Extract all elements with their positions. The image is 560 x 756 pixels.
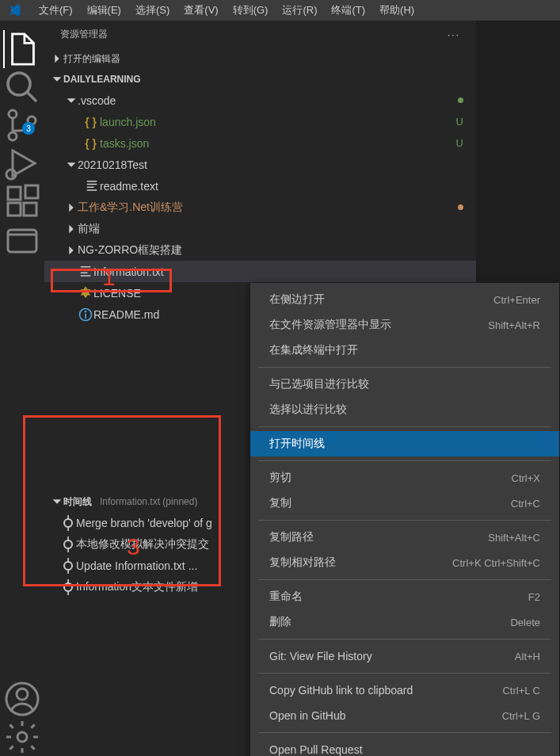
svg-line-1 xyxy=(27,92,36,101)
open-editors-header[interactable]: 打开的编辑器 xyxy=(44,48,476,69)
workspace-header[interactable]: DAILYLEARNING xyxy=(44,69,476,90)
menu-item[interactable]: Git: View File HistoryAlt+H xyxy=(250,643,559,669)
menu-item[interactable]: 选择以进行比较 xyxy=(250,397,559,422)
menu-shortcut: Shift+Alt+R xyxy=(488,319,540,331)
commit-icon xyxy=(60,515,76,531)
menu-shortcut: Ctrl+L C xyxy=(502,685,540,697)
menubar-item[interactable]: 编辑(E) xyxy=(80,1,128,19)
sidebar-title: 资源管理器 xyxy=(60,28,108,41)
file-item[interactable]: readme.text xyxy=(44,175,476,197)
source-control-icon[interactable]: 3 xyxy=(3,106,41,144)
menu-item[interactable]: 在文件资源管理器中显示Shift+Alt+R xyxy=(250,312,559,338)
svg-rect-8 xyxy=(24,203,36,216)
menubar-item[interactable]: 转到(G) xyxy=(226,1,276,19)
folder-item[interactable]: 20210218Test xyxy=(44,154,476,175)
folder-item[interactable]: 前端 xyxy=(44,218,476,239)
chevron-down-icon xyxy=(65,158,78,171)
run-debug-icon[interactable] xyxy=(3,144,41,182)
menu-item[interactable]: 复制Ctrl+C xyxy=(250,491,559,516)
item-label: readme.text xyxy=(100,180,463,193)
svg-rect-7 xyxy=(8,203,21,216)
menu-label: 打开时间线 xyxy=(269,437,540,451)
item-label: 工作&学习.Net训练营 xyxy=(78,200,458,215)
svg-rect-6 xyxy=(8,187,21,200)
menu-shortcut: Ctrl+K Ctrl+Shift+C xyxy=(452,557,540,569)
commit-icon xyxy=(60,558,76,574)
menu-item[interactable]: 打开时间线 xyxy=(250,431,559,456)
menu-item[interactable]: Open in GitHubCtrl+L G xyxy=(250,703,559,728)
menu-shortcut: Ctrl+Enter xyxy=(493,294,540,306)
file-item[interactable]: { }launch.jsonU xyxy=(44,111,476,132)
folder-item[interactable]: NG-ZORRO框架搭建 xyxy=(44,239,476,261)
commit-icon xyxy=(60,536,76,552)
menu-shortcut: Delete xyxy=(510,617,540,628)
menu-item[interactable]: Copy GitHub link to clipboardCtrl+L C xyxy=(250,678,559,703)
project-icon[interactable] xyxy=(3,220,41,258)
menu-shortcut: Shift+Alt+C xyxy=(488,532,540,544)
file-item[interactable]: Information.txt xyxy=(44,261,476,282)
menu-shortcut: Alt+H xyxy=(515,651,540,662)
file-icon: { } xyxy=(84,114,100,130)
menu-item[interactable]: 复制相对路径Ctrl+K Ctrl+Shift+C xyxy=(250,550,559,575)
git-dot xyxy=(458,97,463,103)
menu-item[interactable]: 复制路径Shift+Alt+C xyxy=(250,525,559,550)
menu-item[interactable]: 与已选项目进行比较 xyxy=(250,372,559,397)
svg-point-25 xyxy=(64,562,72,570)
menu-label: 复制相对路径 xyxy=(269,556,452,570)
svg-point-22 xyxy=(64,540,72,548)
timeline-subtitle: Information.txt (pinned) xyxy=(100,496,197,507)
file-icon xyxy=(84,178,100,194)
svg-text:{ }: { } xyxy=(85,116,97,128)
menu-label: 在侧边打开 xyxy=(269,292,493,307)
chevron-right-icon xyxy=(65,201,78,214)
file-icon xyxy=(78,285,93,301)
svg-text:{ }: { } xyxy=(85,138,97,150)
menu-item[interactable]: 剪切Ctrl+X xyxy=(250,465,559,491)
menubar: 文件(F)编辑(E)选择(S)查看(V)转到(G)运行(R)终端(T)帮助(H) xyxy=(0,0,560,21)
menu-label: Open in GitHub xyxy=(269,709,502,722)
svg-point-13 xyxy=(17,732,27,742)
account-icon[interactable] xyxy=(3,680,41,718)
menu-item[interactable]: 删除Delete xyxy=(250,609,559,635)
svg-rect-18 xyxy=(85,313,86,318)
menu-separator xyxy=(258,520,551,521)
menubar-item[interactable]: 查看(V) xyxy=(177,1,225,19)
menu-label: 剪切 xyxy=(269,471,512,485)
menubar-item[interactable]: 文件(F) xyxy=(32,1,80,19)
git-status: U xyxy=(456,116,463,128)
item-label: 20210218Test xyxy=(78,158,463,171)
file-icon: { } xyxy=(84,136,100,151)
settings-gear-icon[interactable] xyxy=(3,718,41,756)
menu-item[interactable]: Open Pull Request xyxy=(250,737,559,756)
svg-point-17 xyxy=(85,311,87,313)
menu-label: 重命名 xyxy=(269,590,528,604)
menu-item[interactable]: 在侧边打开Ctrl+Enter xyxy=(250,287,559,312)
search-icon[interactable] xyxy=(3,68,41,106)
menu-item[interactable]: 重命名F2 xyxy=(250,584,559,609)
svg-rect-10 xyxy=(8,230,36,252)
svg-rect-9 xyxy=(25,185,38,198)
file-icon xyxy=(78,307,93,323)
menu-shortcut: Ctrl+X xyxy=(512,472,540,484)
svg-point-3 xyxy=(9,132,17,140)
sidebar-more-icon[interactable]: ··· xyxy=(448,29,460,40)
commit-icon xyxy=(60,579,76,595)
git-status: U xyxy=(456,137,463,149)
explorer-icon[interactable] xyxy=(3,30,41,68)
menubar-item[interactable]: 选择(S) xyxy=(128,1,177,19)
extensions-icon[interactable] xyxy=(3,182,41,220)
file-icon xyxy=(78,264,93,280)
menu-item[interactable]: 在集成终端中打开 xyxy=(250,338,559,363)
menubar-item[interactable]: 帮助(H) xyxy=(372,1,421,19)
menu-separator xyxy=(258,579,551,580)
file-item[interactable]: { }tasks.jsonU xyxy=(44,132,476,154)
folder-item[interactable]: 工作&学习.Net训练营 xyxy=(44,197,476,218)
item-label: tasks.json xyxy=(100,137,456,150)
menu-separator xyxy=(258,639,551,640)
item-label: launch.json xyxy=(100,116,456,128)
vscode-logo-icon xyxy=(6,2,22,18)
menubar-item[interactable]: 终端(T) xyxy=(324,1,372,19)
item-label: Information.txt xyxy=(93,265,463,278)
menubar-item[interactable]: 运行(R) xyxy=(275,1,324,19)
folder-item[interactable]: .vscode xyxy=(44,90,476,111)
